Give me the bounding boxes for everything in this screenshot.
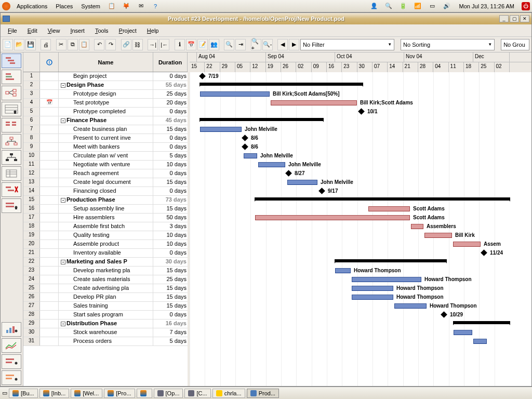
tracking-gantt-button[interactable] — [2, 70, 21, 84]
task-row[interactable]: 21Inventory available0 days — [23, 249, 188, 258]
task-row[interactable]: 23Develop marketing pla15 days — [23, 267, 188, 275]
notes-icon[interactable]: 📝 — [197, 39, 208, 50]
task-row[interactable]: 9Meet with bankers0 days — [23, 143, 188, 152]
menu-help[interactable]: Help — [143, 26, 163, 35]
resources-view-button[interactable] — [2, 102, 21, 116]
task-button[interactable] — [137, 389, 152, 398]
task-button[interactable]: [Wel... — [71, 389, 102, 398]
histogram-button[interactable] — [2, 322, 21, 337]
assign-icon[interactable]: 👥 — [209, 39, 219, 50]
next-icon[interactable]: ▶ — [289, 39, 299, 50]
gantt-chart[interactable]: Aug 04Sep 04Oct 04Nov 04Dec 152229051219… — [190, 52, 531, 386]
launcher-icon[interactable]: 📋 — [108, 2, 116, 10]
task-row[interactable]: 29-Distribution Phase16 days — [23, 320, 188, 328]
user-icon[interactable]: 👤 — [370, 2, 378, 10]
task-button[interactable]: chrla... — [212, 389, 245, 398]
task-usage-button[interactable] — [2, 198, 21, 213]
task-row[interactable]: 16Setup assembly line15 days — [23, 205, 188, 214]
prev-icon[interactable]: ◀ — [277, 39, 288, 50]
ubuntu-logo-icon[interactable] — [2, 2, 10, 10]
task-row[interactable]: 28Start sales program0 days — [23, 311, 188, 320]
sort-combo[interactable]: No Sorting▼ — [401, 39, 495, 50]
new-icon[interactable]: 📄 — [3, 39, 13, 50]
power-icon[interactable]: ⏻ — [522, 2, 530, 10]
task-row[interactable]: 14Financing closed0 days — [23, 187, 188, 196]
task-row[interactable]: 3Prototype design25 days — [23, 90, 188, 99]
task-usage-detail-button[interactable] — [2, 354, 21, 369]
mail-launcher-icon[interactable]: ✉ — [137, 2, 145, 10]
task-row[interactable]: 31Process orders5 days — [23, 337, 188, 346]
group-combo[interactable]: No Grou — [501, 39, 529, 50]
task-row[interactable]: 20Assemble product10 days — [23, 240, 188, 249]
titlebar[interactable]: Product #23 Development - /home/ob/OpenP… — [1, 13, 531, 24]
projects-view-button[interactable] — [2, 118, 21, 132]
gantt-view-button[interactable] — [2, 54, 21, 68]
show-desktop-icon[interactable]: ▭ — [2, 390, 7, 396]
menu-project[interactable]: Project — [115, 26, 141, 35]
task-row[interactable]: 30Stock warehouse7 days — [23, 328, 188, 337]
places-menu[interactable]: Places — [54, 2, 75, 10]
firefox-launcher-icon[interactable]: 🦊 — [122, 2, 130, 10]
applications-menu[interactable]: Applications — [15, 2, 49, 10]
task-row[interactable]: 25Create advertising pla15 days — [23, 284, 188, 293]
task-row[interactable]: 22-Marketing and Sales P30 days — [23, 258, 188, 267]
filter-combo[interactable]: No Filter▼ — [300, 39, 394, 50]
task-button[interactable]: [Pro... — [104, 389, 135, 398]
calendar-icon[interactable]: 📅 — [186, 39, 196, 50]
grid-body[interactable]: 1Begin project0 days2-Design Phase55 day… — [23, 72, 188, 386]
task-row[interactable]: 13Create legal document15 days — [23, 178, 188, 187]
info-icon[interactable]: ℹ — [175, 39, 185, 50]
task-button[interactable]: [Op... — [154, 389, 183, 398]
cut-icon[interactable]: ✂ — [56, 39, 66, 50]
goto-icon[interactable]: ⇥ — [235, 39, 246, 50]
open-icon[interactable]: 📂 — [14, 39, 24, 50]
menu-tools[interactable]: Tools — [91, 26, 113, 35]
display-icon[interactable]: ▭ — [428, 2, 436, 10]
task-row[interactable]: 19Quality testing10 days — [23, 231, 188, 240]
outdent-icon[interactable]: |← — [159, 39, 169, 50]
indicator-header[interactable]: i — [40, 52, 59, 72]
menu-file[interactable]: File — [4, 26, 21, 35]
minimize-button[interactable]: _ — [499, 15, 509, 22]
rbs-view-button[interactable] — [2, 150, 21, 165]
timeline[interactable]: Aug 04Sep 04Oct 04Nov 04Dec 152229051219… — [190, 52, 531, 72]
system-menu[interactable]: System — [79, 2, 102, 10]
undo-icon[interactable]: ↶ — [94, 39, 104, 50]
copy-icon[interactable]: ⧉ — [68, 39, 78, 50]
zoomout-icon[interactable]: 🔍- — [262, 39, 273, 50]
maximize-button[interactable]: ▢ — [510, 15, 519, 22]
report-view-button[interactable] — [2, 166, 21, 181]
battery-icon[interactable]: 🔋 — [399, 2, 407, 10]
task-row[interactable]: 12Reach agreement0 days — [23, 169, 188, 178]
zoomin-icon[interactable]: 🔍+ — [251, 39, 261, 50]
task-row[interactable]: 27Sales training15 days — [23, 302, 188, 311]
task-row[interactable]: 6-Finance Phase45 days — [23, 116, 188, 125]
task-row[interactable]: 15-Production Phase73 days — [23, 196, 188, 205]
paste-icon[interactable]: 📋 — [79, 39, 89, 50]
task-row[interactable]: 2-Design Phase55 days — [23, 81, 188, 90]
chart-button[interactable] — [2, 338, 21, 353]
redo-icon[interactable]: ↷ — [105, 39, 116, 50]
menu-view[interactable]: View — [44, 26, 64, 35]
close-button[interactable]: ✕ — [520, 15, 529, 22]
menu-insert[interactable]: Insert — [66, 26, 89, 35]
find-icon[interactable]: 🔍 — [224, 39, 234, 50]
no-sub-view-button[interactable] — [2, 182, 21, 197]
indent-icon[interactable]: →| — [148, 39, 158, 50]
clock[interactable]: Mon Jul 23, 11:26 AM — [456, 3, 517, 9]
search-tray-icon[interactable]: 🔍 — [384, 2, 393, 10]
task-button[interactable]: Prod... — [247, 389, 279, 398]
task-row[interactable]: 8Present to current inve0 days — [23, 134, 188, 143]
task-row[interactable]: 17Hire assemblers50 days — [23, 214, 188, 222]
task-row[interactable]: 11Negotiate with venture10 days — [23, 161, 188, 169]
task-row[interactable]: 10Circulate plan w/ vent5 days — [23, 152, 188, 161]
network-icon[interactable]: 📶 — [414, 2, 422, 10]
task-row[interactable]: 4📅Test prototype20 days — [23, 99, 188, 108]
menu-edit[interactable]: Edit — [23, 26, 42, 35]
task-row[interactable]: 24Create sales materials25 days — [23, 275, 188, 284]
unlink-icon[interactable]: ⛓ — [132, 39, 143, 50]
task-button[interactable]: [Bu... — [9, 389, 38, 398]
save-icon[interactable]: 💾 — [25, 39, 36, 50]
task-row[interactable]: 26Develop PR plan15 days — [23, 293, 188, 302]
volume-icon[interactable]: 🔊 — [443, 2, 451, 10]
